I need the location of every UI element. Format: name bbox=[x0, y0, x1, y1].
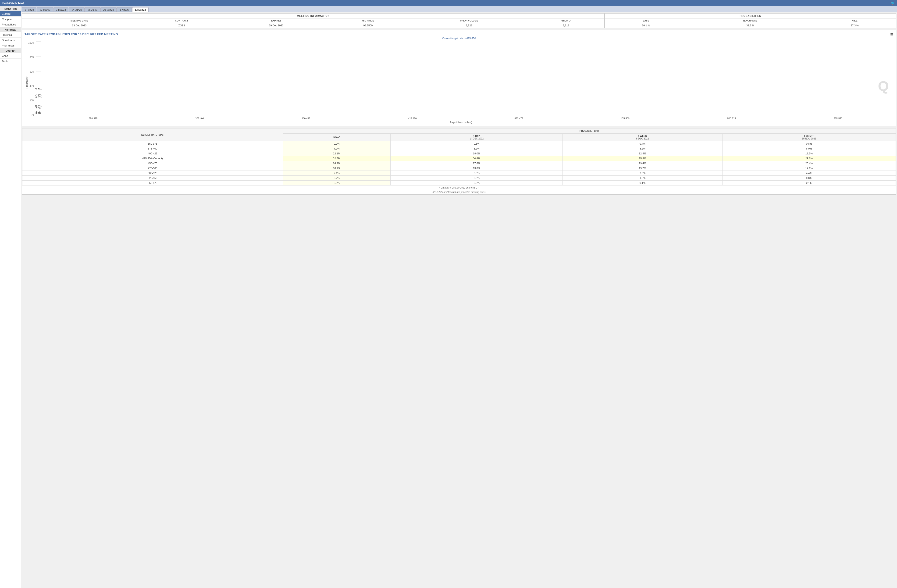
no-change-value: 32.5 % bbox=[687, 23, 813, 28]
sidebar-item-compare[interactable]: Compare bbox=[0, 17, 21, 22]
twitter-icon: 🐦 bbox=[891, 2, 895, 5]
data-table: TARGET RATE (BPS) PROBABILITY(%) NOW* 1 … bbox=[22, 128, 896, 185]
tab-26-Jul23[interactable]: 26 Jul23 bbox=[85, 7, 100, 12]
table-row: 500-5252.1%3.8%7.6%4.4% bbox=[23, 171, 896, 176]
cell-day1: 0.0% bbox=[390, 181, 563, 185]
tab-3-May23[interactable]: 3 May23 bbox=[54, 7, 69, 12]
meeting-info-title: MEETING INFORMATION bbox=[22, 14, 604, 18]
cell-now: 7.2% bbox=[283, 146, 390, 151]
cell-now: 24.9% bbox=[283, 161, 390, 166]
rate-label: 400-425 bbox=[23, 151, 283, 156]
x-axis-label: Target Rate (in bps) bbox=[28, 121, 894, 124]
tab-13-Dec23[interactable]: 13 Dec23 bbox=[132, 7, 148, 12]
mid-price-value: 95.5500 bbox=[325, 23, 410, 28]
col-1day: 1 DAY14 DEC 2022 bbox=[390, 134, 563, 141]
cell-now: 2.1% bbox=[283, 171, 390, 176]
cell-month1: 20.4% bbox=[722, 161, 895, 166]
sidebar-section-historical: Historical bbox=[0, 28, 21, 32]
cell-week1: 0.1% bbox=[563, 181, 722, 185]
cell-month1: 14.1% bbox=[722, 166, 895, 171]
prior-oi-value: 5,713 bbox=[528, 23, 604, 28]
y-tick-40: 40% bbox=[30, 85, 34, 87]
y-axis-label: Probability bbox=[24, 41, 28, 124]
meeting-date-value: 13 Dec 2023 bbox=[22, 23, 136, 28]
y-tick-20: 20% bbox=[30, 99, 34, 102]
x-labels: 350-375375-400400-425425-450450-475475-5… bbox=[28, 116, 894, 120]
cell-month1: 6.0% bbox=[722, 146, 895, 151]
cell-now: 22.1% bbox=[283, 151, 390, 156]
col-ease: EASE bbox=[605, 18, 687, 23]
sidebar-item-current[interactable]: Current bbox=[0, 11, 21, 17]
chart-subtitle: Current target rate is 425-450 bbox=[24, 37, 894, 40]
sidebar-item-table[interactable]: Table bbox=[0, 59, 21, 64]
y-tick-100: 100% bbox=[28, 41, 34, 44]
rate-label: 500-525 bbox=[23, 171, 283, 176]
tab-20-Sep23[interactable]: 20 Sep23 bbox=[101, 7, 116, 12]
table-row: 450-47524.9%27.6%29.4%20.4% bbox=[23, 161, 896, 166]
footnote2: 3/15/2023 and forward are projected meet… bbox=[22, 190, 896, 194]
col-prior-oi: PRIOR OI bbox=[528, 18, 604, 23]
y-axis: 100% 80% 60% 40% 20% 0% bbox=[28, 41, 36, 116]
bar-label-425-450: 32.5% bbox=[35, 88, 41, 90]
cell-now: 32.5% bbox=[283, 156, 390, 161]
bar-label-525-550: 0.2% bbox=[35, 112, 41, 115]
probabilities-table: EASE NO CHANGE HIKE 30.1 % 32.5 % 37.3 % bbox=[605, 18, 896, 28]
cell-month1: 18.3% bbox=[722, 151, 895, 156]
data-table-section: TARGET RATE (BPS) PROBABILITY(%) NOW* 1 … bbox=[22, 128, 896, 194]
cell-week1: 19.7% bbox=[563, 166, 722, 171]
col-expires: EXPIRES bbox=[227, 18, 325, 23]
sidebar-item-historical[interactable]: Historical bbox=[0, 32, 21, 38]
tab-1-Feb23[interactable]: 1 Feb23 bbox=[22, 7, 37, 12]
chart-title: TARGET RATE PROBABILITIES FOR 13 DEC 202… bbox=[24, 32, 894, 36]
cell-month1: 4.4% bbox=[722, 171, 895, 176]
cell-now: 10.1% bbox=[283, 166, 390, 171]
chart-menu-icon[interactable]: ☰ bbox=[890, 32, 894, 37]
cell-week1: 7.6% bbox=[563, 171, 722, 176]
y-tick-80: 80% bbox=[30, 56, 34, 59]
cell-day1: 30.4% bbox=[390, 156, 563, 161]
col-1week: 1 WEEK8 DEC 2022 bbox=[563, 134, 722, 141]
sidebar-item-prior-hikes[interactable]: Prior Hikes bbox=[0, 43, 21, 48]
cell-day1: 13.8% bbox=[390, 166, 563, 171]
meeting-info-panel: MEETING INFORMATION MEETING DATE CONTRAC… bbox=[22, 14, 604, 28]
content-area: 1 Feb2322 Mar233 May2314 Jun2326 Jul2320… bbox=[21, 6, 897, 588]
cell-month1: 0.1% bbox=[722, 181, 895, 185]
table-row: 475-50010.1%13.8%19.7%14.1% bbox=[23, 166, 896, 171]
bar-label-450-475: 24.9% bbox=[35, 94, 41, 96]
cell-day1: 0.6% bbox=[390, 141, 563, 146]
table-row: 400-42522.1%18.0%12.5%18.3% bbox=[23, 151, 896, 156]
cell-week1: 3.2% bbox=[563, 146, 722, 151]
cell-now: 0.2% bbox=[283, 176, 390, 181]
cell-day1: 0.6% bbox=[390, 176, 563, 181]
col-contract: CONTRACT bbox=[136, 18, 227, 23]
cell-month1: 0.8% bbox=[722, 141, 895, 146]
table-row: 550-5750.0%0.0%0.1%0.1% bbox=[23, 181, 896, 185]
cell-week1: 0.4% bbox=[563, 141, 722, 146]
cell-day1: 18.0% bbox=[390, 151, 563, 156]
col-mid-price: MID PRICE bbox=[325, 18, 410, 23]
x-label-525-550: 525-550 bbox=[785, 116, 891, 120]
tab-1-Nov23[interactable]: 1 Nov23 bbox=[117, 7, 132, 12]
x-label-375-400: 375-400 bbox=[147, 116, 253, 120]
tab-22-Mar23[interactable]: 22 Mar23 bbox=[37, 7, 53, 12]
rate-label: 425-450 (Current) bbox=[23, 156, 283, 161]
rate-label: 450-475 bbox=[23, 161, 283, 166]
x-label-500-525: 500-525 bbox=[678, 116, 785, 120]
x-label-475-500: 475-500 bbox=[572, 116, 678, 120]
sidebar-item-probabilities[interactable]: Probabilities bbox=[0, 22, 21, 28]
sidebar-item-chart[interactable]: Chart bbox=[0, 53, 21, 59]
x-label-425-450: 425-450 bbox=[359, 116, 466, 120]
tabs-bar: 1 Feb2322 Mar233 May2314 Jun2326 Jul2320… bbox=[21, 6, 897, 12]
footnote1: * Data as of 15 Dec 2022 06:54:56 CT bbox=[22, 185, 896, 190]
hike-value: 37.3 % bbox=[813, 23, 896, 28]
sidebar-item-downloads[interactable]: Downloads bbox=[0, 38, 21, 43]
meeting-info-row: 13 Dec 2023 ZQZ3 29 Dec 2023 95.5500 2,5… bbox=[22, 23, 604, 28]
col-prior-volume: PRIOR VOLUME bbox=[410, 18, 528, 23]
table-header-probability: PROBABILITY(%) bbox=[283, 129, 896, 134]
table-header-rate: TARGET RATE (BPS) bbox=[23, 129, 283, 141]
bars-container: 0.9%7.2%22.1%32.5%24.9%10.1%2.1%0.2% bbox=[36, 41, 41, 116]
cell-week1: 1.5% bbox=[563, 176, 722, 181]
meeting-info-table: MEETING DATE CONTRACT EXPIRES MID PRICE … bbox=[22, 18, 604, 28]
tab-14-Jun23[interactable]: 14 Jun23 bbox=[69, 7, 84, 12]
rate-label: 375-400 bbox=[23, 146, 283, 151]
